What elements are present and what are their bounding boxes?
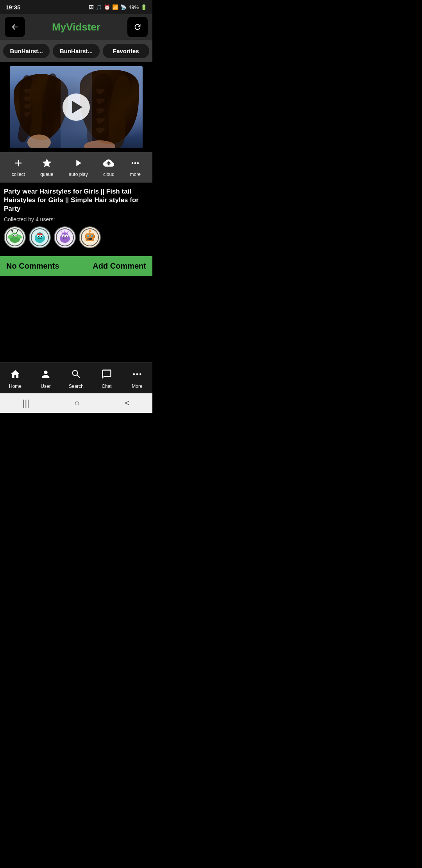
nav-chat-label: Chat [102,384,111,389]
back-arrow-icon [11,23,19,31]
battery-text: 49% [129,4,139,10]
alarm-icon: ⏰ [104,4,110,10]
play-icon [73,158,84,170]
avatar-1[interactable] [4,226,26,248]
svg-point-15 [17,230,18,231]
avatar-list: ^ ^ ^ ^ [4,226,148,248]
video-container [0,62,152,152]
collected-by: Collected by 4 users: [4,216,148,222]
sys-home-button[interactable]: ○ [67,395,88,411]
svg-point-51 [133,373,135,375]
more-action-button[interactable]: more [130,158,141,177]
svg-point-13 [11,230,13,231]
svg-text:^: ^ [63,233,64,235]
svg-point-23 [41,236,42,237]
star-icon [41,158,52,170]
dots-icon [130,158,141,170]
wifi-icon: 📶 [112,4,118,10]
more-action-label: more [130,172,141,177]
video-info: Party wear Hairstyles for Girls || Fish … [0,183,152,256]
svg-point-33 [66,236,67,237]
tab-bar: BunHairst... BunHairst... Favorites [0,40,152,62]
status-bar: 19:35 🖼 🎵 ⏰ 📶 📡 49% 🔋 [0,0,152,14]
svg-rect-19 [37,233,43,235]
nav-user[interactable]: User [30,369,61,389]
back-button[interactable] [5,17,25,37]
tab-bunhairst-1[interactable]: BunHairst... [3,44,50,58]
svg-rect-36 [85,235,86,238]
top-nav: MyVidster [0,14,152,40]
collect-label: collect [12,172,25,177]
svg-rect-24 [38,239,42,239]
nav-home-label: Home [9,384,21,389]
bottom-nav: Home User Search Chat More [0,362,152,393]
content-area [0,276,152,362]
user-icon [40,369,51,382]
signal-icon: 📡 [120,4,127,10]
avatar-3-icon: ^ ^ [55,228,74,247]
status-icons: 🖼 🎵 ⏰ 📶 📡 49% 🔋 [89,4,147,10]
no-comments-label: No Comments [6,262,59,271]
video-title: Party wear Hairstyles for Girls || Fish … [4,187,148,213]
svg-rect-37 [93,235,95,238]
nav-search[interactable]: Search [61,369,91,389]
search-icon [71,369,82,382]
action-bar: collect queue auto play cloud more [0,152,152,183]
svg-rect-40 [87,235,89,237]
svg-point-10 [13,235,14,237]
nav-more[interactable]: More [122,369,152,389]
video-thumbnail[interactable] [10,66,143,148]
avatar-2[interactable] [29,226,51,248]
svg-point-50 [89,230,91,232]
avatar-4-icon: ^ ^ [80,228,99,247]
home-icon [10,369,21,382]
autoplay-button[interactable]: auto play [69,158,88,177]
sys-back-button[interactable]: < [117,395,138,411]
battery-icon: 🔋 [141,4,147,10]
photo-icon: 🖼 [89,4,94,10]
svg-point-32 [63,236,64,237]
more-dots-icon [132,369,143,382]
refresh-icon [133,23,142,31]
app-title: MyVidster [52,21,100,33]
tab-favorites[interactable]: Favorites [103,44,149,58]
nav-home[interactable]: Home [0,369,30,389]
tab-bunhairst-2[interactable]: BunHairst... [53,44,99,58]
queue-button[interactable]: queue [40,158,53,177]
avatar-2-icon [30,228,49,247]
avatar-4[interactable]: ^ ^ [79,226,101,248]
music-icon: 🎵 [96,4,102,10]
add-comment-button[interactable]: Add Comment [93,262,146,271]
svg-point-52 [136,373,138,375]
avatar-1-icon [5,228,24,247]
svg-rect-41 [91,235,93,237]
play-button[interactable] [63,93,90,121]
svg-text:^: ^ [66,233,67,235]
avatar-3[interactable]: ^ ^ [54,226,76,248]
svg-point-22 [38,236,39,237]
plus-icon [13,158,24,170]
autoplay-label: auto play [69,172,88,177]
comments-bar: No Comments Add Comment [0,256,152,276]
sys-menu-button[interactable]: ||| [15,395,37,411]
svg-point-53 [139,373,141,375]
nav-search-label: Search [69,384,84,389]
chat-icon [101,369,112,382]
svg-point-11 [16,235,17,237]
cloud-upload-icon [103,158,114,170]
queue-label: queue [40,172,53,177]
nav-chat[interactable]: Chat [91,369,122,389]
status-time: 19:35 [5,4,20,11]
nav-user-label: User [41,384,50,389]
system-nav: ||| ○ < [0,393,152,413]
nav-more-label: More [132,384,142,389]
cloud-label: cloud [103,172,114,177]
refresh-button[interactable] [127,17,148,37]
collect-button[interactable]: collect [12,158,25,177]
cloud-button[interactable]: cloud [103,158,114,177]
